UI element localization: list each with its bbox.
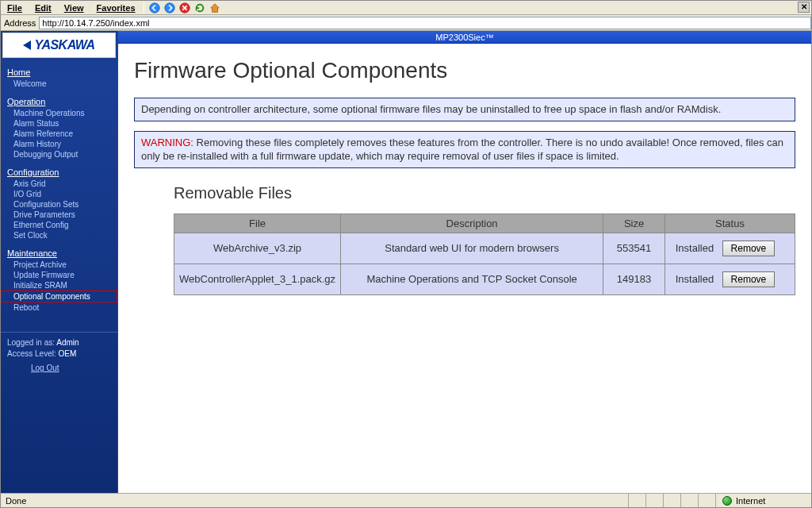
status-text: Installed: [670, 273, 719, 285]
menu-view[interactable]: View: [58, 1, 90, 14]
toolbar: [146, 1, 224, 14]
col-header-size: Size: [603, 214, 665, 233]
globe-icon: [722, 496, 732, 506]
stop-icon: [179, 2, 190, 13]
logged-in-label: Logged in as:: [7, 338, 55, 347]
nav-item-axis-grid[interactable]: Axis Grid: [1, 179, 117, 189]
home-icon: [209, 2, 220, 13]
refresh-icon: [194, 2, 205, 13]
status-zone-internet: Internet: [716, 494, 811, 507]
stop-button[interactable]: [178, 2, 192, 14]
removable-files-table: File Description Size Status WebArchive_…: [174, 214, 795, 295]
menu-divider: [144, 2, 144, 13]
table-row: WebArchive_v3.zip Standard web UI for mo…: [174, 233, 795, 264]
nav-item-machine-operations[interactable]: Machine Operations: [1, 108, 117, 118]
menu-favorites[interactable]: Favorites: [90, 1, 142, 14]
window-close-button[interactable]: ✕: [798, 2, 810, 13]
remove-button[interactable]: Remove: [722, 241, 776, 256]
client-area: YASKAWA Home Welcome Operation Machine O…: [1, 31, 811, 493]
nav-item-configuration-sets[interactable]: Configuration Sets: [1, 199, 117, 210]
cell-file: WebArchive_v3.zip: [174, 233, 341, 264]
section-heading: Removable Files: [134, 184, 795, 202]
forward-button[interactable]: [163, 2, 177, 14]
remove-button[interactable]: Remove: [722, 271, 776, 287]
status-slot: [664, 494, 681, 507]
logout-link[interactable]: Log Out: [7, 363, 111, 374]
nav-item-alarm-status[interactable]: Alarm Status: [1, 118, 117, 129]
warning-text: Removing these files completely removes …: [141, 137, 783, 163]
address-input[interactable]: [39, 17, 811, 29]
content-area: Firmware Optional Components Depending o…: [118, 44, 811, 303]
nav-item-drive-parameters[interactable]: Drive Parameters: [1, 210, 117, 220]
app-title-strip: MP2300Siec™: [118, 31, 811, 44]
cell-status: Installed Remove: [665, 233, 795, 264]
info-box: Depending on controller architecture, so…: [134, 98, 795, 121]
status-slot: [681, 494, 699, 507]
browser-window: File Edit View Favorites ✕ A: [0, 0, 812, 508]
cell-size: 149183: [603, 264, 665, 294]
back-icon: [149, 2, 160, 13]
status-text: Done: [1, 494, 629, 507]
nav-item-io-grid[interactable]: I/O Grid: [1, 189, 117, 199]
nav-item-initialize-sram[interactable]: Initialize SRAM: [1, 280, 117, 291]
cell-size: 553541: [603, 233, 665, 264]
forward-icon: [164, 2, 175, 13]
col-header-file: File: [174, 214, 341, 233]
nav-item-optional-components[interactable]: Optional Components: [1, 291, 117, 302]
nav-group-operation[interactable]: Operation: [1, 95, 117, 108]
cell-description: Standard web UI for modern browsers: [341, 233, 603, 264]
close-icon: ✕: [801, 2, 807, 11]
nav-item-alarm-history[interactable]: Alarm History: [1, 139, 117, 149]
nav-item-project-archive[interactable]: Project Archive: [1, 260, 117, 270]
status-slot: [646, 494, 664, 507]
page-title: Firmware Optional Components: [134, 58, 795, 83]
cell-status: Installed Remove: [665, 264, 795, 294]
nav-item-update-firmware[interactable]: Update Firmware: [1, 270, 117, 280]
address-bar: Address: [1, 15, 811, 31]
back-button[interactable]: [147, 2, 162, 14]
address-label: Address: [1, 18, 39, 28]
nav-item-set-clock[interactable]: Set Clock: [1, 230, 117, 241]
menu-bar: File Edit View Favorites ✕: [1, 1, 811, 15]
status-slot: [699, 494, 716, 507]
access-level-label: Access Level:: [7, 349, 56, 358]
menu-edit[interactable]: Edit: [29, 1, 58, 14]
menu-file[interactable]: File: [1, 1, 29, 14]
logo-triangle-icon: [23, 40, 31, 50]
col-header-status: Status: [665, 214, 795, 233]
logo-text: YASKAWA: [34, 38, 94, 52]
nav-group-configuration[interactable]: Configuration: [1, 166, 117, 179]
nav-item-reboot[interactable]: Reboot: [1, 302, 117, 313]
access-level-value: OEM: [58, 349, 76, 358]
table-row: WebControllerApplet_3_1.pack.gz Machine …: [174, 264, 795, 294]
nav-item-ethernet-config[interactable]: Ethernet Config: [1, 220, 117, 230]
status-text: Installed: [670, 242, 719, 254]
nav-item-alarm-reference[interactable]: Alarm Reference: [1, 129, 117, 139]
zone-label: Internet: [736, 496, 765, 506]
warning-box: WARNING: Removing these files completely…: [134, 131, 795, 168]
nav-item-welcome[interactable]: Welcome: [1, 79, 117, 89]
nav-item-debugging-output[interactable]: Debugging Output: [1, 149, 117, 160]
svg-point-1: [164, 2, 174, 12]
nav-group-home[interactable]: Home: [1, 66, 117, 79]
nav-group-maintenance[interactable]: Maintenance: [1, 247, 117, 260]
cell-file: WebControllerApplet_3_1.pack.gz: [174, 264, 341, 294]
status-slot: [629, 494, 646, 507]
warning-label: WARNING:: [141, 137, 193, 148]
login-info: Logged in as: Admin Access Level: OEM Lo…: [1, 332, 117, 379]
main-panel: MP2300Siec™ Firmware Optional Components…: [118, 31, 811, 493]
cell-description: Machine Operations and TCP Socket Consol…: [341, 264, 603, 294]
col-header-description: Description: [341, 214, 603, 233]
logged-in-user: Admin: [56, 338, 79, 347]
home-button[interactable]: [208, 2, 222, 14]
sidebar: YASKAWA Home Welcome Operation Machine O…: [1, 31, 118, 493]
refresh-button[interactable]: [193, 2, 207, 14]
brand-logo: YASKAWA: [2, 33, 116, 58]
status-bar: Done Internet: [1, 493, 811, 507]
svg-point-0: [149, 2, 159, 12]
